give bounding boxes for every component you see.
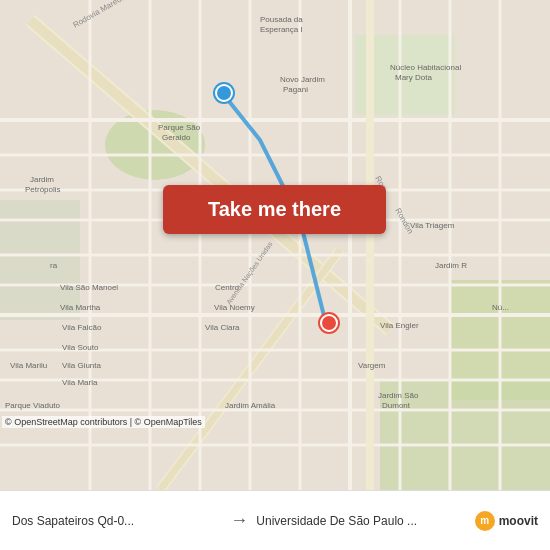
svg-rect-4 — [0, 200, 80, 320]
svg-text:Pagani: Pagani — [283, 85, 308, 94]
svg-text:Pousada da: Pousada da — [260, 15, 303, 24]
route-from-label: Dos Sapateiros Qd-0... — [12, 514, 222, 528]
svg-text:Vila Marilu: Vila Marilu — [10, 361, 47, 370]
svg-text:Jardim R: Jardim R — [435, 261, 467, 270]
svg-text:Vargem: Vargem — [358, 361, 386, 370]
moovit-icon: m — [475, 511, 495, 531]
end-location-pin — [320, 314, 338, 332]
map-attribution: © OpenStreetMap contributors | © OpenMap… — [2, 416, 205, 428]
bottom-bar: Dos Sapateiros Qd-0... → Universidade De… — [0, 490, 550, 550]
svg-text:Parque São: Parque São — [158, 123, 201, 132]
svg-text:Vila Engler: Vila Engler — [380, 321, 419, 330]
svg-text:Vila Noemy: Vila Noemy — [214, 303, 255, 312]
svg-text:Geraldo: Geraldo — [162, 133, 191, 142]
svg-text:Vila Martha: Vila Martha — [60, 303, 101, 312]
svg-text:Jardim São: Jardim São — [378, 391, 419, 400]
svg-text:Dumont: Dumont — [382, 401, 411, 410]
svg-text:Nú...: Nú... — [492, 303, 509, 312]
svg-text:Vila São Manoel: Vila São Manoel — [60, 283, 118, 292]
svg-text:Petrópolis: Petrópolis — [25, 185, 61, 194]
svg-text:Vila Falcão: Vila Falcão — [62, 323, 102, 332]
moovit-text: moovit — [499, 514, 538, 528]
start-location-pin — [215, 84, 233, 102]
map-container: Rodovia Marechal Rondon Pousada da Esper… — [0, 0, 550, 490]
svg-text:Vila Souto: Vila Souto — [62, 343, 99, 352]
svg-text:Vila Clara: Vila Clara — [205, 323, 240, 332]
take-me-there-button[interactable]: Take me there — [163, 185, 386, 234]
svg-text:Novo Jardim: Novo Jardim — [280, 75, 325, 84]
route-arrow-icon: → — [230, 510, 248, 531]
svg-text:Vila Giunta: Vila Giunta — [62, 361, 102, 370]
svg-text:Parque Viaduto: Parque Viaduto — [5, 401, 61, 410]
moovit-logo: m moovit — [475, 511, 538, 531]
svg-text:Mary Dota: Mary Dota — [395, 73, 432, 82]
svg-text:Vila Triagem: Vila Triagem — [410, 221, 455, 230]
svg-text:Jardim Amália: Jardim Amália — [225, 401, 276, 410]
svg-text:ra: ra — [50, 261, 58, 270]
route-to-label: Universidade De São Paulo ... — [256, 514, 466, 528]
svg-text:Vila Marla: Vila Marla — [62, 378, 98, 387]
svg-text:Jardim: Jardim — [30, 175, 54, 184]
svg-text:Núcleo Habitacional: Núcleo Habitacional — [390, 63, 461, 72]
svg-text:Esperança I: Esperança I — [260, 25, 303, 34]
